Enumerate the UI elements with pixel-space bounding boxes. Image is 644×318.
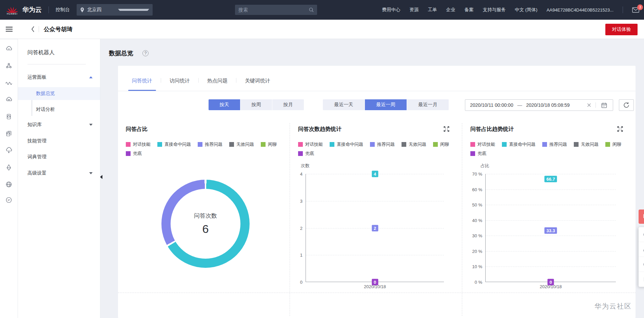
menu-hamburger-icon[interactable] <box>6 27 13 33</box>
legend-item[interactable]: 兜底 <box>126 151 142 157</box>
filter-by-day-button[interactable]: 按天 <box>209 99 240 110</box>
data-marker[interactable]: 2 <box>372 225 378 231</box>
legend-item[interactable]: 对话技能 <box>126 141 151 147</box>
legend-swatch <box>402 142 406 147</box>
wave-icon[interactable] <box>5 79 13 86</box>
legend-item[interactable]: 兜底 <box>470 151 486 157</box>
sidebar-item-dialog-analysis[interactable]: 对话分析 <box>18 103 100 116</box>
brand-name[interactable]: 华为云 <box>22 5 42 14</box>
data-marker[interactable]: 0 <box>547 279 554 285</box>
nav-billing[interactable]: 费用中心 <box>382 7 400 13</box>
legend-label: 兜底 <box>305 151 314 157</box>
legend-item[interactable]: 对话技能 <box>298 141 323 147</box>
refresh-button[interactable] <box>619 99 634 111</box>
tab-visit-statistics[interactable]: 访问统计 <box>168 78 192 91</box>
messages-button[interactable]: 3 <box>632 7 639 13</box>
tab-hot-questions[interactable]: 热点问题 <box>206 78 229 91</box>
nav-resources[interactable]: 资源 <box>409 7 418 13</box>
region-value: 北京四 <box>87 7 115 13</box>
fullscreen-icon[interactable] <box>443 126 450 132</box>
account-id[interactable]: AA94E728BC4D44E0B5221523... <box>547 7 613 13</box>
calendar-icon[interactable] <box>601 102 607 108</box>
legend-item[interactable]: 推荐问题 <box>542 141 567 147</box>
date-start: 2020/10/11 00:00:00 <box>470 102 513 108</box>
sidebar-item-skill-management[interactable]: 技能管理 <box>18 135 100 147</box>
tab-separator <box>236 78 236 83</box>
bot-title: 公众号胡琦 <box>44 25 73 33</box>
prism-icon[interactable] <box>5 164 13 171</box>
svg-text:w: w <box>9 184 11 186</box>
legend-item[interactable]: 推荐问题 <box>370 141 395 147</box>
legend-item[interactable]: 兜底 <box>298 151 314 157</box>
survey-button[interactable] <box>639 272 644 287</box>
data-marker[interactable]: 33.3 <box>544 227 557 234</box>
sidebar-item-data-overview[interactable]: 数据总览 <box>18 87 100 100</box>
data-marker[interactable]: 0 <box>372 279 378 285</box>
nav-support[interactable]: 支持与服务 <box>483 7 506 13</box>
legend-item[interactable]: 闲聊 <box>261 141 277 147</box>
global-search[interactable] <box>235 5 317 15</box>
legend-item[interactable]: 直接命中问题 <box>502 141 535 147</box>
copy-docs-icon[interactable] <box>5 130 13 137</box>
legend-label: 直接命中问题 <box>509 141 535 147</box>
ip-icon[interactable]: IP <box>5 196 13 204</box>
cloud-server-icon[interactable] <box>5 45 13 53</box>
filter-by-week-button[interactable]: 按周 <box>240 99 272 110</box>
sidebar-group-knowledge-base[interactable]: 知识库 <box>18 119 100 131</box>
back-button[interactable] <box>31 25 35 35</box>
cloud-host-icon[interactable] <box>5 96 13 103</box>
search-input[interactable] <box>235 7 309 13</box>
help-center-button[interactable] <box>639 257 644 272</box>
sidebar-collapse-handle[interactable] <box>100 175 102 179</box>
data-marker[interactable]: 4 <box>372 171 378 177</box>
nav-tickets[interactable]: 工单 <box>428 7 437 13</box>
legend-swatch <box>470 142 475 147</box>
huawei-logo[interactable]: HUAWEI <box>5 5 20 15</box>
clear-date-icon[interactable] <box>586 102 592 108</box>
chart-legend: 对话技能直接命中问题推荐问题无效问题闲聊兜底 <box>126 141 286 157</box>
sidebar-group-advanced-settings[interactable]: 高级设置 <box>18 167 100 179</box>
region-selector[interactable]: 北京四 <box>77 4 153 16</box>
legend-item[interactable]: 闲聊 <box>433 141 449 147</box>
y-axis-label: 次数 <box>301 163 310 169</box>
help-icon[interactable]: ? <box>142 50 149 56</box>
nav-enterprise[interactable]: 企业 <box>446 7 455 13</box>
fullscreen-icon[interactable] <box>617 126 623 132</box>
legend-label: 无效问题 <box>581 141 599 147</box>
donut-center: 问答次数 6 <box>161 180 250 268</box>
legend-item[interactable]: 无效问题 <box>574 141 599 147</box>
tablet-cloud-icon[interactable] <box>5 113 13 120</box>
filter-last-month-button[interactable]: 最近一月 <box>407 99 449 110</box>
legend-item[interactable]: 闲聊 <box>605 141 621 147</box>
dialog-experience-button[interactable]: 对话体验 <box>605 24 638 35</box>
nav-language[interactable]: 中文 (简体) <box>515 7 538 13</box>
filter-by-month-button[interactable]: 按月 <box>272 99 304 110</box>
legend-item[interactable]: 直接命中问题 <box>330 141 363 147</box>
nav-icp[interactable]: 备案 <box>464 7 473 13</box>
cluster-icon[interactable] <box>5 62 13 69</box>
satisfaction-button[interactable] <box>639 227 644 242</box>
donut-chart[interactable]: 问答次数 6 <box>161 180 250 268</box>
legend-item[interactable]: 无效问题 <box>229 141 254 147</box>
legend-item[interactable]: 对话技能 <box>470 141 495 147</box>
feedback-chat-button[interactable] <box>639 210 644 224</box>
tab-qa-statistics[interactable]: 问答统计 <box>130 78 154 91</box>
cloud-transfer-icon[interactable] <box>5 147 13 154</box>
filter-last-week-button[interactable]: 最近一周 <box>365 99 407 110</box>
tab-keyword-statistics[interactable]: 关键词统计 <box>243 78 272 91</box>
legend-swatch <box>542 142 547 147</box>
search-icon[interactable] <box>309 7 314 13</box>
legend-swatch <box>470 151 475 156</box>
legend-item[interactable]: 无效问题 <box>402 141 426 147</box>
legend-item[interactable]: 直接命中问题 <box>157 141 191 147</box>
customer-service-button[interactable] <box>639 242 644 257</box>
legend-item[interactable]: 推荐问题 <box>198 141 222 147</box>
sidebar-item-dictionary-management[interactable]: 词典管理 <box>18 151 100 163</box>
data-marker[interactable]: 66.7 <box>544 176 557 182</box>
sidebar-group-operations[interactable]: 运营面板 <box>18 71 100 83</box>
web-globe-icon[interactable]: w <box>5 181 13 188</box>
filter-last-day-button[interactable]: 最近一天 <box>323 99 365 110</box>
chart-qa-count-trend: 问答次数趋势统计 对话技能直接命中问题推荐问题无效问题闲聊兜底 次数 43210… <box>290 123 462 316</box>
console-link[interactable]: 控制台 <box>56 7 70 13</box>
date-range-input[interactable]: 2020/10/11 00:00:00 — 2020/10/18 05:08:5… <box>465 99 613 111</box>
